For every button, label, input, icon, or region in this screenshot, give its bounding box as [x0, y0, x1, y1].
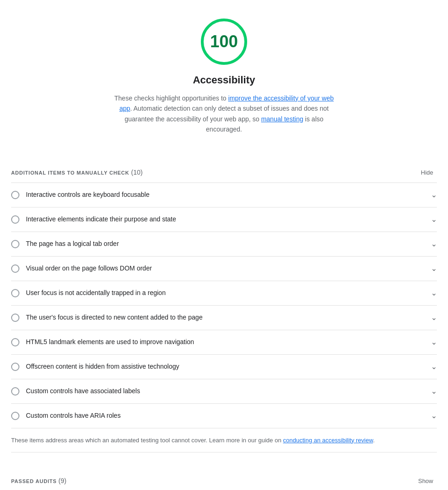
manual-testing-link[interactable]: manual testing	[261, 115, 303, 123]
audit-item-1[interactable]: Interactive controls are keyboard focusa…	[11, 183, 437, 207]
score-value: 100	[210, 29, 238, 54]
audit-status-icon-9	[11, 387, 19, 396]
audit-label-2: Interactive elements indicate their purp…	[26, 214, 176, 224]
audit-item-7-left: HTML5 landmark elements are used to impr…	[11, 337, 425, 347]
chevron-down-icon-2: ⌄	[431, 214, 437, 225]
chevron-down-icon-10: ⌄	[431, 410, 437, 421]
audit-item-9[interactable]: Custom controls have associated labels ⌄	[11, 379, 437, 404]
audit-label-1: Interactive controls are keyboard focusa…	[26, 190, 149, 200]
manual-check-count: (10)	[131, 169, 143, 176]
page-container: 100 Accessibility These checks highlight…	[0, 0, 448, 490]
audit-item-2-left: Interactive elements indicate their purp…	[11, 214, 425, 224]
audit-item-4[interactable]: Visual order on the page follows DOM ord…	[11, 257, 437, 281]
chevron-down-icon-5: ⌄	[431, 288, 437, 299]
audit-label-5: User focus is not accidentally trapped i…	[26, 288, 166, 298]
audit-status-icon-8	[11, 363, 19, 371]
passed-audits-header: PASSED AUDITS (9) Show	[11, 466, 437, 490]
audit-item-7[interactable]: HTML5 landmark elements are used to impr…	[11, 330, 437, 355]
audit-item-6[interactable]: The user's focus is directed to new cont…	[11, 306, 437, 330]
chevron-down-icon-6: ⌄	[431, 312, 437, 323]
passed-audits-count: (9)	[58, 477, 66, 484]
passed-audits-section: PASSED AUDITS (9) Show	[11, 466, 437, 490]
audit-item-4-left: Visual order on the page follows DOM ord…	[11, 264, 425, 273]
manual-check-toggle[interactable]: Hide	[417, 167, 437, 178]
audit-item-8[interactable]: Offscreen content is hidden from assisti…	[11, 355, 437, 379]
audit-item-3[interactable]: The page has a logical tab order ⌄	[11, 232, 437, 257]
chevron-down-icon-4: ⌄	[431, 263, 437, 274]
audit-status-icon-7	[11, 338, 19, 346]
audit-label-9: Custom controls have associated labels	[26, 386, 140, 396]
audit-item-6-left: The user's focus is directed to new cont…	[11, 313, 425, 322]
audit-status-icon-2	[11, 215, 19, 224]
audit-label-7: HTML5 landmark elements are used to impr…	[26, 337, 194, 347]
chevron-down-icon-3: ⌄	[431, 239, 437, 250]
audit-status-icon-3	[11, 240, 19, 248]
audit-label-3: The page has a logical tab order	[26, 239, 119, 249]
score-circle: 100	[201, 19, 247, 65]
score-title: Accessibility	[193, 72, 255, 88]
manual-check-header: ADDITIONAL ITEMS TO MANUALLY CHECK (10) …	[11, 158, 437, 182]
manual-note: These items address areas which an autom…	[11, 428, 437, 453]
score-description: These checks highlight opportunities to …	[108, 93, 340, 135]
audit-label-4: Visual order on the page follows DOM ord…	[26, 264, 152, 273]
audit-list: Interactive controls are keyboard focusa…	[11, 182, 437, 428]
audit-label-6: The user's focus is directed to new cont…	[26, 313, 203, 322]
audit-label-10: Custom controls have ARIA roles	[26, 411, 121, 421]
audit-status-icon-6	[11, 314, 19, 322]
chevron-down-icon-7: ⌄	[431, 337, 437, 348]
chevron-down-icon-8: ⌄	[431, 361, 437, 372]
accessibility-review-link[interactable]: conducting an accessibility review	[283, 437, 373, 444]
score-section: 100 Accessibility These checks highlight…	[11, 0, 437, 144]
audit-status-icon-10	[11, 412, 19, 420]
audit-item-10[interactable]: Custom controls have ARIA roles ⌄	[11, 404, 437, 428]
manual-check-title-group: ADDITIONAL ITEMS TO MANUALLY CHECK (10)	[11, 168, 143, 177]
audit-status-icon-5	[11, 289, 19, 297]
passed-audits-title-group: PASSED AUDITS (9)	[11, 476, 66, 486]
manual-check-title: ADDITIONAL ITEMS TO MANUALLY CHECK	[11, 170, 129, 176]
audit-item-2[interactable]: Interactive elements indicate their purp…	[11, 207, 437, 232]
audit-item-1-left: Interactive controls are keyboard focusa…	[11, 190, 425, 200]
audit-status-icon-1	[11, 191, 19, 199]
manual-note-text-after: .	[373, 437, 375, 444]
manual-note-text-before: These items address areas which an autom…	[11, 437, 283, 444]
audit-label-8: Offscreen content is hidden from assisti…	[26, 362, 179, 371]
audit-item-5[interactable]: User focus is not accidentally trapped i…	[11, 281, 437, 306]
chevron-down-icon-9: ⌄	[431, 386, 437, 397]
audit-item-10-left: Custom controls have ARIA roles	[11, 411, 425, 421]
chevron-down-icon-1: ⌄	[431, 189, 437, 201]
audit-item-8-left: Offscreen content is hidden from assisti…	[11, 362, 425, 371]
audit-item-5-left: User focus is not accidentally trapped i…	[11, 288, 425, 298]
passed-audits-title: PASSED AUDITS	[11, 478, 56, 484]
audit-item-3-left: The page has a logical tab order	[11, 239, 425, 249]
description-text-1: These checks highlight opportunities to	[114, 94, 228, 102]
audit-item-9-left: Custom controls have associated labels	[11, 386, 425, 396]
audit-status-icon-4	[11, 264, 19, 273]
passed-audits-toggle[interactable]: Show	[414, 476, 437, 486]
